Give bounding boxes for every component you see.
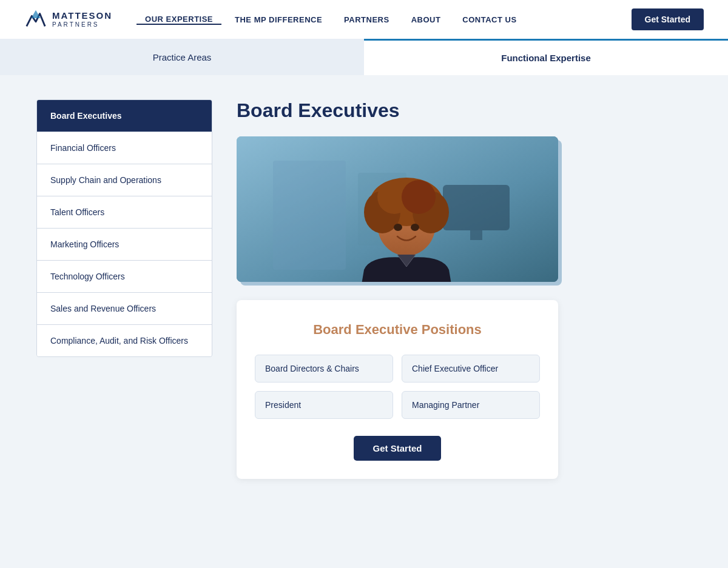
nav-get-started-button[interactable]: Get Started <box>632 8 704 30</box>
sidebar-list: Board Executives Financial Officers Supp… <box>36 99 212 357</box>
brand-name-main: MATTESON <box>52 11 112 21</box>
logo-icon <box>24 8 47 31</box>
list-item: Supply Chain and Operations <box>37 164 212 196</box>
svg-point-14 <box>411 224 419 231</box>
navbar: MATTESON PARTNERS OUR EXPERTISE THE MP D… <box>0 0 728 39</box>
positions-grid: Board Directors & Chairs Chief Executive… <box>255 355 540 419</box>
tab-practice-areas[interactable]: Practice Areas <box>0 39 364 75</box>
nav-about[interactable]: ABOUT <box>403 15 450 24</box>
sidebar-item-marketing-officers[interactable]: Marketing Officers <box>37 229 212 260</box>
logo[interactable]: MATTESON PARTNERS <box>24 8 112 31</box>
list-item: Board Executives <box>37 100 212 132</box>
hero-image <box>237 136 558 282</box>
list-item: Compliance, Audit, and Risk Officers <box>37 325 212 356</box>
positions-card-title: Board Executive Positions <box>255 322 540 338</box>
sidebar-item-financial-officers[interactable]: Financial Officers <box>37 132 212 164</box>
nav-partners[interactable]: PARTNERS <box>335 15 398 24</box>
list-item: Sales and Revenue Officers <box>37 293 212 325</box>
svg-point-12 <box>402 180 436 214</box>
svg-rect-2 <box>273 161 346 270</box>
positions-card: Board Executive Positions Board Director… <box>237 300 558 479</box>
sidebar-item-technology-officers[interactable]: Technology Officers <box>37 261 212 292</box>
nav-links: OUR EXPERTISE THE MP DIFFERENCE PARTNERS… <box>136 15 631 25</box>
svg-rect-5 <box>470 230 482 240</box>
svg-point-13 <box>394 224 402 231</box>
position-board-directors[interactable]: Board Directors & Chairs <box>255 355 393 383</box>
position-ceo[interactable]: Chief Executive Officer <box>402 355 540 383</box>
positions-get-started-button[interactable]: Get Started <box>354 436 442 461</box>
sidebar-item-supply-chain[interactable]: Supply Chain and Operations <box>37 164 212 196</box>
nav-our-expertise[interactable]: OUR EXPERTISE <box>136 15 221 25</box>
position-managing-partner[interactable]: Managing Partner <box>402 391 540 419</box>
sidebar-item-compliance[interactable]: Compliance, Audit, and Risk Officers <box>37 325 212 356</box>
svg-rect-4 <box>443 185 510 230</box>
sidebar-item-board-executives[interactable]: Board Executives <box>37 100 212 132</box>
list-item: Marketing Officers <box>37 229 212 261</box>
nav-contact[interactable]: CONTACT US <box>454 15 525 24</box>
page-title: Board Executives <box>237 99 692 122</box>
position-president[interactable]: President <box>255 391 393 419</box>
brand-name-sub: PARTNERS <box>52 21 112 28</box>
hero-person-illustration <box>237 136 558 282</box>
sidebar-item-sales-revenue[interactable]: Sales and Revenue Officers <box>37 293 212 324</box>
tabs-bar: Practice Areas Functional Expertise <box>0 39 728 75</box>
main-content: Board Executives <box>237 99 692 479</box>
sidebar-item-talent-officers[interactable]: Talent Officers <box>37 196 212 228</box>
list-item: Financial Officers <box>37 132 212 164</box>
tab-functional-expertise[interactable]: Functional Expertise <box>364 39 728 75</box>
content-area: Board Executives Financial Officers Supp… <box>0 75 728 503</box>
nav-mp-difference[interactable]: THE MP DIFFERENCE <box>226 15 331 24</box>
positions-cta: Get Started <box>255 436 540 461</box>
list-item: Talent Officers <box>37 196 212 229</box>
list-item: Technology Officers <box>37 261 212 293</box>
sidebar: Board Executives Financial Officers Supp… <box>36 99 212 479</box>
